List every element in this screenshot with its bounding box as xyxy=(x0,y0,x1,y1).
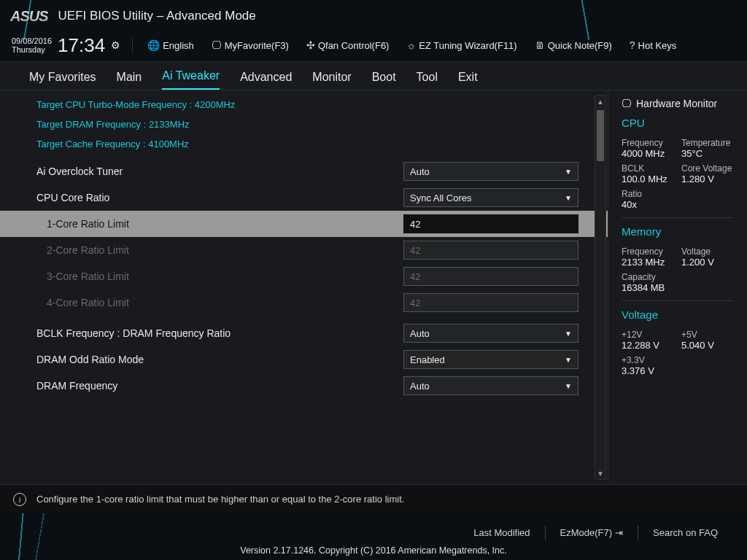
row-dram-odd-ratio[interactable]: DRAM Odd Ratio Mode Enabled ▼ xyxy=(0,346,608,373)
myfavorite-button[interactable]: 🖵 MyFavorite(F3) xyxy=(209,37,292,53)
ezmode-label: EzMode(F7) xyxy=(560,527,613,538)
language-label: English xyxy=(163,40,194,51)
select-dram-odd-ratio[interactable]: Enabled ▼ xyxy=(403,350,578,369)
input-2core-limit: 42 xyxy=(403,241,578,260)
cpu-freq-label: Frequency xyxy=(622,138,674,148)
scroll-down-icon[interactable]: ▼ xyxy=(595,467,605,479)
language-button[interactable]: 🌐 English xyxy=(144,37,197,53)
row-cpu-core-ratio[interactable]: CPU Core Ratio Sync All Cores ▼ xyxy=(0,184,608,211)
select-dram-frequency[interactable]: Auto ▼ xyxy=(403,376,578,395)
app-title: UEFI BIOS Utility – Advanced Mode xyxy=(58,9,256,23)
scroll-thumb[interactable] xyxy=(597,110,604,161)
tab-main[interactable]: Main xyxy=(117,71,142,90)
quicknote-label: Quick Note(F9) xyxy=(548,40,612,51)
scrollbar[interactable]: ▲ ▼ xyxy=(595,95,606,480)
row-1core-limit[interactable]: 1-Core Ratio Limit 42 xyxy=(0,211,608,237)
row-4core-limit: 4-Core Ratio Limit 42 xyxy=(0,289,608,316)
memory-grid: Frequency 2133 MHz Capacity 16384 MB Vol… xyxy=(622,242,734,293)
mem-volt-label: Voltage xyxy=(681,246,734,257)
datetime: 09/08/2016 Thursday 17:34 ⚙ xyxy=(12,34,120,57)
hotkeys-label: Hot Keys xyxy=(638,40,677,51)
help-bar: i Configure the 1-core ratio limit that … xyxy=(0,484,747,513)
hardware-monitor-title: 🖵 Hardware Monitor xyxy=(622,98,734,109)
value-dram-frequency: Auto xyxy=(410,381,430,392)
chevron-down-icon: ▼ xyxy=(565,168,572,176)
cpu-corev-value: 1.280 V xyxy=(681,174,734,184)
search-faq-button[interactable]: Search on FAQ xyxy=(646,524,725,541)
value-bclk-dram-ratio: Auto xyxy=(410,328,430,339)
value-ai-overclock-tuner: Auto xyxy=(410,166,430,177)
cpu-freq-value: 4000 MHz xyxy=(622,148,674,159)
row-dram-frequency[interactable]: DRAM Frequency Auto ▼ xyxy=(0,373,608,399)
label-dram-frequency: DRAM Frequency xyxy=(36,380,389,392)
separator xyxy=(545,526,546,540)
qfan-label: Qfan Control(F6) xyxy=(318,40,390,51)
row-2core-limit: 2-Core Ratio Limit 42 xyxy=(0,237,608,263)
voltage-grid: +12V 12.288 V +3.3V 3.376 V +5V 5.040 V xyxy=(622,325,734,376)
v12-value: 12.288 V xyxy=(622,340,674,351)
footer-actions: Last Modified EzMode(F7) ⇥ Search on FAQ xyxy=(0,520,747,545)
scroll-up-icon[interactable]: ▲ xyxy=(595,96,605,107)
value-4core-limit: 42 xyxy=(410,298,420,308)
row-ai-overclock-tuner[interactable]: Ai Overclock Tuner Auto ▼ xyxy=(0,158,608,184)
hotkeys-button[interactable]: ? Hot Keys xyxy=(627,37,680,53)
v5-label: +5V xyxy=(681,330,734,340)
memory-section-title: Memory xyxy=(622,225,734,238)
separator xyxy=(638,526,638,540)
separator xyxy=(132,37,133,53)
chevron-down-icon: ▼ xyxy=(565,194,572,202)
tab-boot[interactable]: Boot xyxy=(372,71,396,90)
v33-label: +3.3V xyxy=(622,355,674,365)
mem-freq-value: 2133 MHz xyxy=(622,257,674,268)
tab-ai-tweaker[interactable]: Ai Tweaker xyxy=(162,69,220,90)
label-cpu-core-ratio: CPU Core Ratio xyxy=(36,192,389,203)
tab-tool[interactable]: Tool xyxy=(417,71,438,90)
help-text: Configure the 1-core ratio limit that mu… xyxy=(36,494,404,505)
value-1core-limit: 42 xyxy=(410,219,420,230)
target-dram: Target DRAM Frequency : 2133MHz xyxy=(0,114,608,134)
tab-monitor[interactable]: Monitor xyxy=(312,71,351,90)
tab-advanced[interactable]: Advanced xyxy=(240,71,292,90)
voltage-section-title: Voltage xyxy=(622,308,734,321)
settings-panel: Target CPU Turbo-Mode Frequency : 4200MH… xyxy=(0,90,608,484)
tab-my-favorites[interactable]: My Favorites xyxy=(29,71,96,90)
cpu-temp-label: Temperature xyxy=(681,138,734,148)
qfan-button[interactable]: ✣ Qfan Control(F6) xyxy=(303,37,392,53)
divider xyxy=(622,300,734,301)
value-2core-limit: 42 xyxy=(410,245,420,256)
select-cpu-core-ratio[interactable]: Sync All Cores ▼ xyxy=(403,188,578,207)
cpu-bclk-label: BCLK xyxy=(622,163,674,174)
input-4core-limit: 42 xyxy=(403,293,578,312)
chevron-down-icon: ▼ xyxy=(565,330,572,338)
switch-icon: ⇥ xyxy=(615,527,623,538)
bulb-icon: ☼ xyxy=(406,39,416,51)
cpu-grid: Frequency 4000 MHz BCLK 100.0 MHz Ratio … xyxy=(622,133,734,210)
target-cache: Target Cache Frequency : 4100MHz xyxy=(0,134,608,154)
input-3core-limit: 42 xyxy=(403,267,578,286)
tab-exit[interactable]: Exit xyxy=(458,71,478,90)
cpu-bclk-value: 100.0 MHz xyxy=(622,174,674,184)
label-ai-overclock-tuner: Ai Overclock Tuner xyxy=(36,166,389,177)
cpu-ratio-label: Ratio xyxy=(622,189,674,199)
input-1core-limit[interactable]: 42 xyxy=(403,214,578,233)
select-bclk-dram-ratio[interactable]: Auto ▼ xyxy=(403,324,578,343)
info-icon: i xyxy=(13,493,26,506)
main-tabs: My Favorites Main Ai Tweaker Advanced Mo… xyxy=(0,61,747,90)
quicknote-button[interactable]: 🗎 Quick Note(F9) xyxy=(532,37,615,53)
cpu-ratio-value: 40x xyxy=(622,199,674,210)
cpu-temp-value: 35°C xyxy=(681,148,734,159)
hardware-monitor-label: Hardware Monitor xyxy=(636,98,717,109)
settings-gear-icon[interactable]: ⚙ xyxy=(111,39,120,51)
eztuning-button[interactable]: ☼ EZ Tuning Wizard(F11) xyxy=(403,37,519,53)
chevron-down-icon: ▼ xyxy=(565,356,572,364)
last-modified-button[interactable]: Last Modified xyxy=(466,524,537,541)
row-bclk-dram-ratio[interactable]: BCLK Frequency : DRAM Frequency Ratio Au… xyxy=(0,320,608,346)
monitor-icon: 🖵 xyxy=(622,98,632,109)
ezmode-button[interactable]: EzMode(F7) ⇥ xyxy=(553,524,631,541)
v12-label: +12V xyxy=(622,330,674,340)
mem-freq-label: Frequency xyxy=(622,246,674,257)
mem-volt-value: 1.200 V xyxy=(681,257,734,268)
row-3core-limit: 3-Core Ratio Limit 42 xyxy=(0,263,608,289)
select-ai-overclock-tuner[interactable]: Auto ▼ xyxy=(403,162,578,181)
target-cpu-turbo: Target CPU Turbo-Mode Frequency : 4200MH… xyxy=(0,95,608,114)
